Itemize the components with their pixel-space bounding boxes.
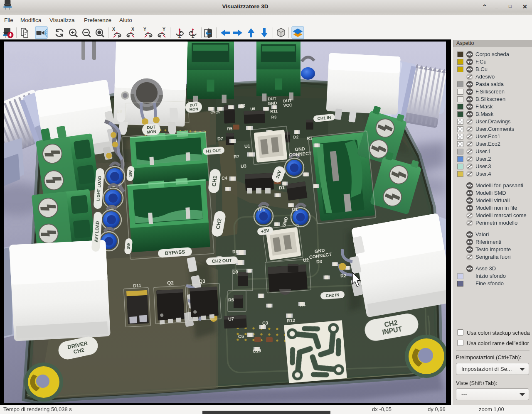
- svg-text:R6: R6: [228, 297, 234, 302]
- svg-text:R11: R11: [270, 109, 278, 114]
- svg-text:Y: Y: [163, 27, 165, 32]
- svg-text:D8: D8: [232, 259, 239, 264]
- svg-text:CH2 IN: CH2 IN: [325, 292, 339, 298]
- svg-text:U1: U1: [244, 143, 251, 149]
- svg-text:GND: GND: [268, 100, 277, 106]
- svg-text:C4: C4: [222, 175, 228, 181]
- svg-text:VCC: VCC: [283, 103, 292, 108]
- svg-text:Q3: Q3: [199, 278, 206, 284]
- svg-text:R12: R12: [287, 318, 296, 323]
- svg-text:X: X: [112, 27, 115, 32]
- svg-text:R7: R7: [234, 154, 240, 159]
- svg-text:U2: U2: [303, 257, 309, 262]
- svg-text:C5: C5: [215, 110, 220, 115]
- svg-text:U8: U8: [116, 109, 122, 114]
- svg-text:D1: D1: [279, 185, 285, 190]
- svg-text:D9: D9: [232, 269, 239, 274]
- svg-text:R5: R5: [227, 126, 233, 131]
- svg-text:C3: C3: [262, 320, 268, 326]
- svg-text:C9: C9: [210, 110, 215, 115]
- svg-text:SW: SW: [128, 170, 133, 177]
- svg-text:R3: R3: [271, 115, 277, 119]
- svg-text:D7: D7: [217, 136, 224, 141]
- svg-text:Z: Z: [192, 34, 195, 39]
- svg-text:C1: C1: [292, 206, 298, 212]
- svg-text:MON: MON: [146, 129, 156, 135]
- svg-text:U3: U3: [241, 163, 247, 169]
- svg-text:D3: D3: [316, 259, 323, 264]
- svg-text:R1: R1: [307, 136, 313, 141]
- svg-text:U7: U7: [228, 316, 234, 321]
- svg-text:R8: R8: [232, 249, 239, 254]
- svg-text:U6: U6: [250, 107, 255, 111]
- svg-text:Q2: Q2: [167, 280, 174, 286]
- svg-text:C6: C6: [238, 333, 244, 339]
- svg-text:D2: D2: [293, 135, 299, 140]
- svg-text:C10: C10: [253, 348, 261, 353]
- svg-text:TP4: TP4: [257, 207, 265, 212]
- svg-text:Z: Z: [178, 34, 181, 39]
- svg-text:SW: SW: [126, 243, 131, 250]
- svg-text:R2: R2: [340, 273, 347, 278]
- svg-text:X: X: [131, 27, 134, 32]
- svg-text:R4: R4: [300, 302, 306, 307]
- svg-text:Y: Y: [143, 27, 146, 32]
- svg-text:CH1: CH1: [211, 175, 218, 186]
- svg-text:CH2 OUT: CH2 OUT: [212, 258, 232, 264]
- svg-text:MON: MON: [190, 107, 199, 111]
- svg-text:D11: D11: [133, 283, 141, 288]
- svg-text:C2: C2: [240, 103, 245, 108]
